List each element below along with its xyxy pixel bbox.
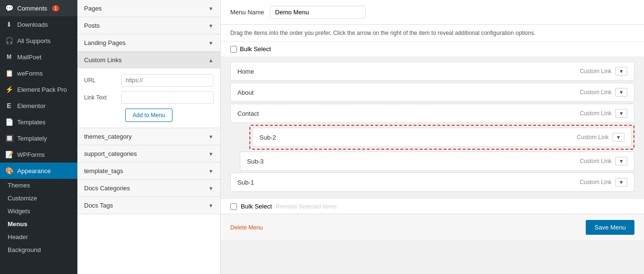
home-item-type: Custom Link xyxy=(580,68,612,75)
delete-menu-link[interactable]: Delete Menu xyxy=(230,224,263,231)
sidebar-item-label: Comments xyxy=(17,5,47,12)
sidebar-item-label: Appearance xyxy=(17,167,51,175)
url-input[interactable] xyxy=(121,74,214,87)
accordion-support-categories-header[interactable]: support_categories ▼ xyxy=(77,145,220,162)
contact-item-type: Custom Link xyxy=(580,110,612,117)
menu-item-contact[interactable]: Contact Custom Link ▼ xyxy=(230,104,634,123)
sub-3-item-expand-button[interactable]: ▼ xyxy=(615,157,627,165)
link-text-field-row: Link Text xyxy=(84,91,214,104)
weforms-icon: 📋 xyxy=(5,69,13,77)
menu-name-input[interactable] xyxy=(270,6,365,19)
main-footer: Delete Menu Save Menu xyxy=(221,214,644,241)
accordion-themes-category-label: themes_category xyxy=(84,133,132,140)
sub-3-item-type: Custom Link xyxy=(580,158,612,164)
wpforms-icon: 📝 xyxy=(5,150,13,159)
sidebar-item-element-pack-pro[interactable]: ⚡ Element Pack Pro xyxy=(0,81,77,98)
sidebar-item-elementor[interactable]: E Elementor xyxy=(0,98,77,114)
accordion-support-categories: support_categories ▼ xyxy=(77,145,220,163)
home-item-label: Home xyxy=(237,68,254,75)
accordion-landing-pages: Landing Pages ▼ xyxy=(77,34,220,52)
url-label: URL xyxy=(84,77,118,84)
elementor-icon: E xyxy=(5,101,13,110)
sub-3-item-label: Sub-3 xyxy=(247,158,264,165)
menu-item-sub-2[interactable]: Sub-2 Custom Link ▼ xyxy=(252,128,632,147)
sidebar-item-all-supports[interactable]: 🎧 All Supports xyxy=(0,33,77,49)
sub-1-item-expand-button[interactable]: ▼ xyxy=(615,178,627,186)
bulk-select-bottom-label: Bulk Select xyxy=(241,203,272,210)
menu-item-about[interactable]: About Custom Link ▼ xyxy=(230,83,634,102)
sidebar-sub-item-header[interactable]: Header xyxy=(0,230,77,243)
sidebar-item-wpforms[interactable]: 📝 WPForms xyxy=(0,146,77,163)
bulk-select-bottom-row: Bulk Select Remove Selected Items xyxy=(221,198,644,214)
accordion-template-tags: template_tags ▼ xyxy=(77,163,220,180)
left-panel: Pages ▼ Posts ▼ Landing Pages ▼ Custom L… xyxy=(77,0,221,274)
accordion-themes-category-header[interactable]: themes_category ▼ xyxy=(77,128,220,145)
accordion-docs-categories-header[interactable]: Docs Categories ▼ xyxy=(77,180,220,197)
about-item-type: Custom Link xyxy=(580,89,612,96)
menu-name-row: Menu Name xyxy=(221,0,644,25)
menu-item-home[interactable]: Home Custom Link ▼ xyxy=(230,62,634,81)
sidebar-item-label: Element Pack Pro xyxy=(17,86,67,93)
about-item-expand-button[interactable]: ▼ xyxy=(615,88,627,97)
accordion-docs-categories: Docs Categories ▼ xyxy=(77,180,220,197)
sidebar-sub-item-customize[interactable]: Customize xyxy=(0,192,77,205)
menu-item-sub-3[interactable]: Sub-3 Custom Link ▼ xyxy=(240,152,634,171)
sidebar-item-mailpoet[interactable]: M MailPoet xyxy=(0,49,77,65)
sidebar: 💬 Comments 1 ⬇ Downloads 🎧 All Supports … xyxy=(0,0,77,274)
posts-chevron-icon: ▼ xyxy=(208,23,214,29)
appearance-arrow xyxy=(70,168,73,173)
sidebar-sub-item-widgets[interactable]: Widgets xyxy=(0,205,77,218)
docs-categories-chevron-icon: ▼ xyxy=(208,186,214,191)
menu-items-container: Home Custom Link ▼ About Custom Link ▼ C… xyxy=(221,57,644,198)
sidebar-sub-item-background[interactable]: Background xyxy=(0,243,77,256)
appearance-icon: 🎨 xyxy=(5,166,13,175)
docs-tags-chevron-icon: ▼ xyxy=(208,203,214,208)
sidebar-item-templately[interactable]: 🔲 Templately xyxy=(0,130,77,146)
sidebar-item-comments[interactable]: 💬 Comments 1 xyxy=(0,0,77,16)
bulk-select-top-checkbox[interactable] xyxy=(230,46,237,53)
sidebar-item-appearance[interactable]: 🎨 Appearance xyxy=(0,163,77,179)
add-to-menu-button[interactable]: Add to Menu xyxy=(125,109,172,122)
pages-chevron-icon: ▼ xyxy=(208,6,214,11)
sub-2-item-label: Sub-2 xyxy=(259,134,276,141)
bulk-select-top-row: Bulk Select xyxy=(221,42,644,57)
remove-selected-link[interactable]: Remove Selected Items xyxy=(276,203,336,210)
about-item-label: About xyxy=(237,89,254,96)
accordion-landing-pages-header[interactable]: Landing Pages ▼ xyxy=(77,34,220,51)
sidebar-sub-item-themes[interactable]: Themes xyxy=(0,179,77,192)
accordion-posts-header[interactable]: Posts ▼ xyxy=(77,17,220,34)
bulk-select-bottom-checkbox[interactable] xyxy=(230,203,237,210)
accordion-custom-links-header[interactable]: Custom Links ▲ xyxy=(77,52,220,68)
appearance-submenu: Themes Customize Widgets Menus Header Ba… xyxy=(0,179,77,256)
home-item-expand-button[interactable]: ▼ xyxy=(615,67,627,76)
templately-icon: 🔲 xyxy=(5,134,13,142)
accordion-pages: Pages ▼ xyxy=(77,0,220,17)
contact-item-expand-button[interactable]: ▼ xyxy=(615,109,627,118)
custom-links-chevron-icon: ▲ xyxy=(208,57,214,63)
home-item-right: Custom Link ▼ xyxy=(580,67,627,76)
comments-icon: 💬 xyxy=(5,4,13,12)
sidebar-item-templates[interactable]: 📄 Templates xyxy=(0,114,77,130)
link-text-input[interactable] xyxy=(121,91,214,104)
accordion-docs-tags-header[interactable]: Docs Tags ▼ xyxy=(77,197,220,214)
downloads-icon: ⬇ xyxy=(5,20,13,29)
accordion-docs-categories-label: Docs Categories xyxy=(84,185,130,192)
sub-2-item-right: Custom Link ▼ xyxy=(577,133,624,142)
menu-item-sub-1[interactable]: Sub-1 Custom Link ▼ xyxy=(230,173,634,192)
sidebar-item-downloads[interactable]: ⬇ Downloads xyxy=(0,16,77,33)
sidebar-item-label: WPForms xyxy=(17,151,45,158)
save-menu-button[interactable]: Save Menu xyxy=(586,220,634,235)
accordion-posts: Posts ▼ xyxy=(77,17,220,34)
accordion-pages-header[interactable]: Pages ▼ xyxy=(77,0,220,17)
templates-icon: 📄 xyxy=(5,118,13,126)
menu-name-label: Menu Name xyxy=(230,9,264,16)
accordion-pages-label: Pages xyxy=(84,5,102,12)
accordion-posts-label: Posts xyxy=(84,22,100,29)
support-categories-chevron-icon: ▼ xyxy=(208,151,214,157)
accordion-docs-tags: Docs Tags ▼ xyxy=(77,197,220,214)
accordion-themes-category: themes_category ▼ xyxy=(77,128,220,145)
accordion-template-tags-header[interactable]: template_tags ▼ xyxy=(77,163,220,179)
sub-2-item-expand-button[interactable]: ▼ xyxy=(612,133,624,142)
sidebar-sub-item-menus[interactable]: Menus xyxy=(0,218,77,230)
sidebar-item-weforms[interactable]: 📋 weForms xyxy=(0,65,77,81)
